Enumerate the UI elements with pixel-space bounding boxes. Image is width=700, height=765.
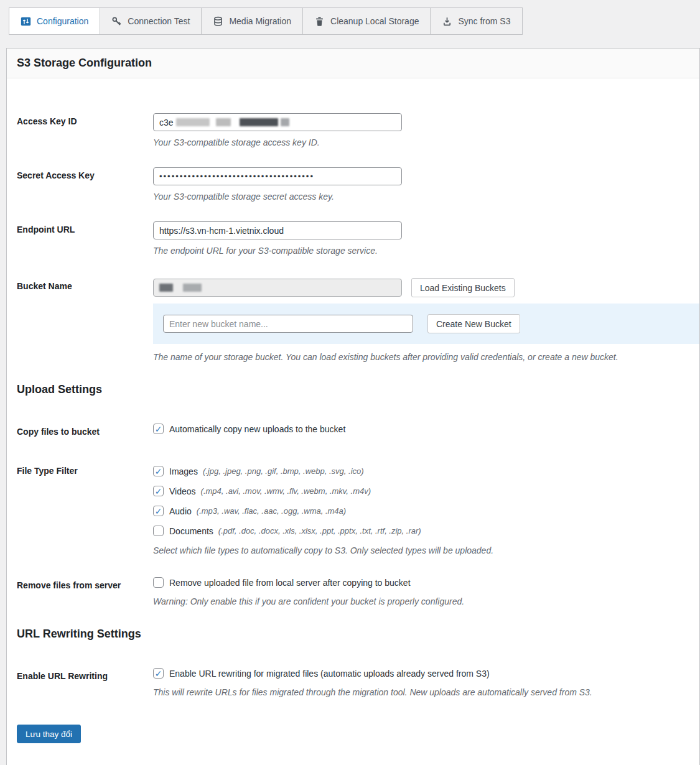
copy-files-label: Copy files to bucket xyxy=(17,424,153,437)
file-type-filter-row: File Type Filter Images (.jpg, .jpeg, .p… xyxy=(17,463,699,555)
checkbox-icon[interactable] xyxy=(153,506,164,516)
enable-url-rewriting-help: This will rewrite URLs for files migrate… xyxy=(153,687,699,697)
access-key-label: Access Key ID xyxy=(17,113,153,126)
copy-files-checkbox-label: Automatically copy new uploads to the bu… xyxy=(169,424,345,434)
access-key-visible-prefix: c3e xyxy=(159,118,174,128)
checkbox-icon[interactable] xyxy=(153,424,164,434)
bucket-label: Bucket Name xyxy=(17,278,153,291)
file-type-extensions: (.mp4, .avi, .mov, .wmv, .flv, .webm, .m… xyxy=(201,486,371,496)
new-bucket-panel: Create New Bucket xyxy=(153,304,699,344)
new-bucket-name-input[interactable] xyxy=(163,315,413,333)
file-type-filter-help: Select which file types to automatically… xyxy=(153,545,699,555)
file-type-videos-checkbox-row[interactable]: Videos (.mp4, .avi, .mov, .wmv, .flv, .w… xyxy=(153,486,699,496)
file-type-documents-checkbox-row[interactable]: Documents (.pdf, .doc, .docx, .xls, .xls… xyxy=(153,526,699,536)
checkbox-icon[interactable] xyxy=(153,577,164,588)
endpoint-help: The endpoint URL for your S3-compatible … xyxy=(153,246,699,256)
settings-icon xyxy=(21,16,31,27)
remove-files-checkbox-label: Remove uploaded file from local server a… xyxy=(169,578,411,588)
file-type-images-checkbox-row[interactable]: Images (.jpg, .jpeg, .png, .gif, .bmp, .… xyxy=(153,466,699,476)
redacted-value xyxy=(216,118,231,126)
file-type-name: Audio xyxy=(169,506,192,516)
enable-url-rewriting-checkbox-label: Enable URL rewriting for migrated files … xyxy=(169,669,490,679)
tab-label: Configuration xyxy=(37,16,88,26)
remove-files-warning: Warning: Only enable this if you are con… xyxy=(153,596,699,606)
page-title: S3 Storage Configuration xyxy=(7,49,699,78)
file-type-name: Documents xyxy=(169,526,213,536)
endpoint-row: Endpoint URL The endpoint URL for your S… xyxy=(17,221,699,256)
file-type-audio-checkbox-row[interactable]: Audio (.mp3, .wav, .flac, .aac, .ogg, .w… xyxy=(153,506,699,516)
upload-settings-heading: Upload Settings xyxy=(17,383,699,396)
database-icon xyxy=(213,16,223,27)
endpoint-label: Endpoint URL xyxy=(17,221,153,234)
tab-configuration[interactable]: Configuration xyxy=(9,7,100,35)
tab-sync-from-s3[interactable]: Sync from S3 xyxy=(430,7,522,35)
remove-files-label: Remove files from server xyxy=(17,577,153,590)
checkbox-icon[interactable] xyxy=(153,526,164,536)
copy-files-row: Copy files to bucket Automatically copy … xyxy=(17,424,699,437)
tab-label: Cleanup Local Storage xyxy=(330,16,419,26)
access-key-row: Access Key ID c3e Your S3-compatible sto… xyxy=(17,113,699,147)
tab-connection-test[interactable]: Connection Test xyxy=(100,7,202,35)
tab-label: Sync from S3 xyxy=(458,16,510,26)
access-key-help: Your S3-compatible storage access key ID… xyxy=(153,137,699,147)
create-new-bucket-button[interactable]: Create New Bucket xyxy=(427,314,520,333)
enable-url-rewriting-checkbox-row[interactable]: Enable URL rewriting for migrated files … xyxy=(153,668,699,679)
secret-key-row: Secret Access Key Your S3-compatible sto… xyxy=(17,167,699,202)
enable-url-rewriting-row: Enable URL Rewriting Enable URL rewritin… xyxy=(17,668,699,697)
enable-url-rewriting-label: Enable URL Rewriting xyxy=(17,668,153,681)
settings-form: Access Key ID c3e Your S3-compatible sto… xyxy=(7,78,699,765)
secret-key-input[interactable] xyxy=(153,167,402,185)
redacted-value xyxy=(176,118,210,126)
redacted-value xyxy=(159,284,173,292)
endpoint-input[interactable] xyxy=(153,221,402,239)
tab-cleanup-local-storage[interactable]: Cleanup Local Storage xyxy=(302,7,431,35)
secret-key-label: Secret Access Key xyxy=(17,167,153,180)
bucket-help: The name of your storage bucket. You can… xyxy=(153,352,699,362)
bucket-row: Bucket Name Load Existing Buckets Create… xyxy=(17,278,699,362)
settings-card: S3 Storage Configuration Access Key ID c… xyxy=(6,48,700,765)
access-key-input[interactable]: c3e xyxy=(153,113,402,131)
file-type-filter-label: File Type Filter xyxy=(17,463,153,476)
bucket-name-input[interactable] xyxy=(153,279,402,297)
file-type-name: Images xyxy=(169,466,198,476)
tab-bar: Configuration Connection Test Media Migr… xyxy=(9,7,700,35)
tab-label: Media Migration xyxy=(229,16,291,26)
url-rewriting-settings-heading: URL Rewriting Settings xyxy=(17,628,699,641)
save-changes-button[interactable]: Lưu thay đổi xyxy=(17,725,81,743)
file-type-extensions: (.mp3, .wav, .flac, .aac, .ogg, .wma, .m… xyxy=(197,506,346,516)
checkbox-icon[interactable] xyxy=(153,466,164,476)
checkbox-icon[interactable] xyxy=(153,668,164,679)
copy-files-checkbox-row[interactable]: Automatically copy new uploads to the bu… xyxy=(153,424,699,434)
load-existing-buckets-button[interactable]: Load Existing Buckets xyxy=(411,278,515,297)
trash-icon xyxy=(314,16,325,27)
tab-label: Connection Test xyxy=(128,16,190,26)
key-icon xyxy=(111,16,122,27)
remove-files-checkbox-row[interactable]: Remove uploaded file from local server a… xyxy=(153,577,699,588)
checkbox-icon[interactable] xyxy=(153,486,164,496)
secret-key-help: Your S3-compatible storage secret access… xyxy=(153,192,699,202)
remove-files-row: Remove files from server Remove uploaded… xyxy=(17,577,699,606)
redacted-value xyxy=(281,118,289,126)
redacted-value xyxy=(240,118,278,126)
tab-media-migration[interactable]: Media Migration xyxy=(201,7,303,35)
redacted-value xyxy=(183,284,202,292)
file-type-name: Videos xyxy=(169,486,196,496)
file-type-extensions: (.pdf, .doc, .docx, .xls, .xlsx, .ppt, .… xyxy=(218,526,421,536)
file-type-extensions: (.jpg, .jpeg, .png, .gif, .bmp, .webp, .… xyxy=(203,466,364,476)
download-icon xyxy=(442,16,452,27)
